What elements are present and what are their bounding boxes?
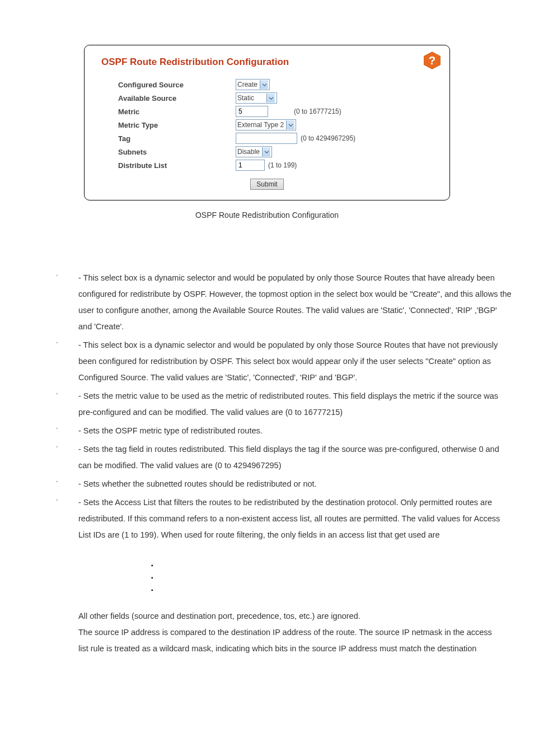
chevron-down-icon [262,147,270,156]
configured-source-value: Create [237,81,257,88]
tag-input[interactable] [236,133,297,144]
metric-input[interactable] [236,106,268,117]
desc-configured-source: - This select box is a dynamic selector … [56,270,512,335]
tail-paragraph-2: The source IP address is compared to the… [78,624,500,657]
chevron-down-icon [266,94,275,102]
label-available-source: Available Source [118,94,230,102]
desc-metric-type: - Sets the OSPF metric type of redistrib… [56,423,512,439]
label-subnets: Subnets [118,148,230,156]
desc-available-source: - This select box is a dynamic selector … [56,337,512,386]
desc-subnets: - Sets whether the subnetted routes shou… [56,476,512,492]
desc-metric: - Sets the metric value to be used as th… [56,388,512,421]
subnets-select[interactable]: Disable [236,146,272,157]
tag-hint: (0 to 4294967295) [301,134,355,142]
figure-caption: OSPF Route Redistribution Configuration [84,211,450,220]
submit-button[interactable]: Submit [250,179,283,190]
tail-paragraph-1: All other fields (source and destination… [78,608,500,624]
available-source-value: Static [237,94,264,102]
label-metric-type: Metric Type [118,121,230,129]
available-source-select[interactable]: Static [236,92,277,104]
configured-source-select[interactable]: Create [236,79,270,90]
chevron-down-icon [286,120,294,129]
metric-hint: (0 to 16777215) [294,108,341,115]
inner-bullet-2 [151,572,512,585]
label-configured-source: Configured Source [118,81,230,89]
help-icon[interactable]: ? [423,51,442,70]
config-panel: ? OSPF Route Redistribution Configuratio… [84,45,450,200]
label-tag: Tag [118,134,230,143]
label-distribute-list: Distribute List [118,161,230,170]
label-metric: Metric [118,108,230,116]
inner-bullet-3 [151,585,512,597]
inner-bullet-1 [151,560,512,572]
description-section: - This select box is a dynamic selector … [22,270,512,657]
metric-type-value: External Type 2 [237,121,284,129]
metric-type-select[interactable]: External Type 2 [236,119,296,130]
svg-text:?: ? [429,54,435,67]
panel-title: OSPF Route Redistribution Configuration [101,57,433,68]
distribute-list-hint: (1 to 199) [268,161,297,169]
desc-distribute-list: - Sets the Access List that filters the … [56,494,512,597]
chevron-down-icon [260,80,268,89]
desc-distribute-list-text: - Sets the Access List that filters the … [78,498,500,539]
subnets-value: Disable [237,148,260,156]
desc-tag: - Sets the tag field in routes redistrib… [56,441,512,474]
distribute-list-input[interactable] [236,160,265,171]
